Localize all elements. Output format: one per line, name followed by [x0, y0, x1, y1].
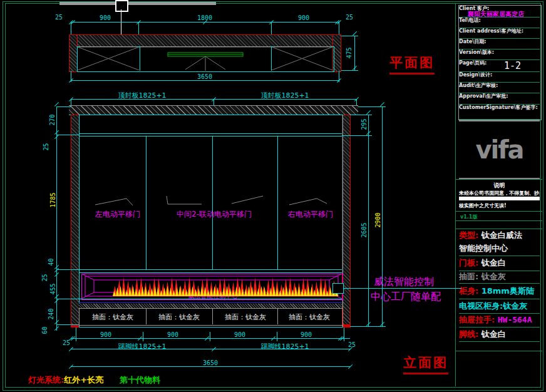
tb-row-client: Client 客户: 襄阳天丽家居高定店 — [459, 5, 540, 18]
tb-label: CustomerSignature\客户签字: — [459, 105, 538, 110]
plan-dim-25-left: 25 — [53, 14, 65, 21]
door-label-left: 左电动平移门 — [88, 209, 147, 220]
drawer-label-1: 抽面：钛金灰 — [83, 312, 142, 322]
ext-line — [56, 269, 79, 270]
elev-dim-b900-2: 900 — [162, 331, 184, 338]
spec-label: 抽屉拉手: — [459, 315, 495, 324]
tb-separator — [455, 179, 542, 180]
tb-row-address: Client address\客户地址: — [459, 28, 540, 39]
drawer-label-2: 抽面：钛金灰 — [150, 312, 209, 322]
spec-tv-carcass: 电视区柜身:钛金灰 — [459, 299, 540, 314]
tb-separator — [455, 211, 542, 212]
tb-row-design: Design\设计: — [459, 71, 540, 83]
plan-wall-left — [69, 34, 78, 72]
tb-label: Version\版本: — [459, 49, 494, 55]
elev-dim-line-left — [56, 106, 57, 331]
vifa-logo: vifa — [475, 135, 523, 164]
plan-dim-depth: 475 — [346, 45, 353, 61]
spec-value-line2: 智能控制中心 — [459, 243, 540, 254]
elev-dim-295: 295 — [361, 112, 368, 137]
ext-line — [56, 299, 79, 299]
elev-topband-line2 — [79, 136, 342, 137]
spec-drawer-face: 抽面: 钛金灰 — [459, 271, 540, 284]
ext-line — [71, 99, 71, 105]
lighting-value: 红外+长亮 — [64, 375, 103, 384]
elev-dim-b900-3: 900 — [229, 331, 251, 338]
tb-label: Approval\生产审批: — [459, 93, 508, 99]
tb-row-tel: Tel\电话: — [459, 17, 540, 28]
ext-line — [56, 324, 79, 325]
spec-value: 钛金灰 — [482, 272, 506, 281]
door-swing-icon — [162, 194, 268, 208]
elev-dim-b900-1: 900 — [95, 331, 117, 338]
elev-skirting-dim-1: 踢脚线1825+1 — [105, 342, 180, 351]
titleblock-left-border — [455, 3, 456, 386]
ext-line — [344, 328, 344, 341]
elev-dim-line-right2 — [382, 106, 383, 326]
ext-line — [277, 332, 277, 341]
ext-line — [71, 22, 71, 35]
drawer-divider — [212, 308, 213, 324]
plan-dim-1800: 1800 — [191, 14, 219, 21]
spec-label: 类型: — [459, 230, 478, 240]
elev-skirting-dim-2: 踢脚线1825+1 — [247, 342, 322, 351]
lighting-label: 灯光系统: — [28, 375, 64, 384]
spec-skirting: 脚线: 钛金白 — [459, 327, 540, 342]
plan-dim-line-top — [71, 22, 339, 23]
spec-drawer-handle: 抽屉拉手: HW-564A — [459, 313, 540, 328]
vifa-logo-box: vifa — [459, 120, 540, 179]
tb-page-number: 1-2 — [504, 60, 521, 71]
elevation-view-title: 立面图 — [403, 354, 448, 374]
door-label-right: 右电动平移门 — [281, 209, 340, 220]
elev-dim-line-b3 — [71, 366, 350, 367]
cad-sheet: 25 900 1800 900 25 — [0, 0, 546, 392]
spec-label: 电视区柜身: — [459, 301, 503, 311]
fireplace-flames — [113, 277, 338, 296]
elev-stile-right — [342, 115, 351, 328]
section-marker-box — [115, 0, 128, 12]
ext-line — [56, 135, 79, 135]
drawer-divider — [277, 308, 278, 324]
elev-dim-line-b1 — [71, 338, 350, 339]
spec-label: 门板: — [459, 258, 478, 267]
elev-dim-2900: 2900 — [374, 205, 381, 236]
elev-dim-line-right1 — [368, 115, 369, 326]
elev-ceiling-band — [69, 105, 358, 115]
elev-topboard-dim-2: 顶封板1825+1 — [245, 91, 325, 100]
elev-topband-line — [79, 133, 342, 134]
spec-door-panel: 门板: 钛金白 — [459, 255, 540, 271]
tb-label: Tel\电话: — [459, 18, 481, 23]
elev-door-bottom-line — [79, 269, 342, 270]
plan-dim-900-right: 900 — [292, 14, 315, 21]
elev-door-divider — [146, 136, 147, 269]
drawer-label-3: 抽面：钛金灰 — [216, 312, 275, 322]
leader-note-line2: 中心工厂随单配 — [371, 291, 465, 304]
elev-dim-25a: 25 — [43, 135, 49, 160]
spec-type: 类型: 钛金白威法 智能控制中心 — [459, 230, 540, 256]
spec-value: HW-564A — [498, 315, 532, 324]
elev-door-divider — [277, 136, 278, 269]
ext-line — [76, 328, 76, 341]
tb-separator — [455, 229, 542, 229]
elev-dim-b900-4: 900 — [295, 331, 317, 338]
tb-row-audit: Audit\生产审核: — [459, 82, 540, 93]
tb-label: Audit\生产审核: — [459, 83, 498, 88]
elev-shelf-line — [79, 272, 342, 273]
elev-dim-total: 3650 — [195, 359, 225, 366]
spec-value: 钛金白 — [482, 329, 506, 339]
elev-dim-60: 60 — [41, 318, 48, 343]
fireplace-control-box — [332, 283, 344, 294]
tb-row-version: Version\版本: — [459, 49, 540, 60]
tb-row-signature: CustomerSignature\客户签字: — [459, 104, 540, 120]
note-header: 说明 — [459, 182, 540, 190]
drawer-top-hatch — [79, 304, 342, 308]
ext-line — [143, 332, 143, 341]
tb-row-page: Page\页码: 1-2 — [459, 59, 540, 72]
blue-trim-line — [79, 302, 342, 303]
spec-label: 柜身: — [459, 286, 478, 296]
spec-label: 脚线: — [459, 329, 478, 339]
tb-separator — [455, 351, 542, 351]
drawer-label-4: 抽面：钛金灰 — [280, 312, 339, 322]
ext-line — [341, 70, 358, 71]
elev-dim-455: 455 — [49, 277, 56, 302]
